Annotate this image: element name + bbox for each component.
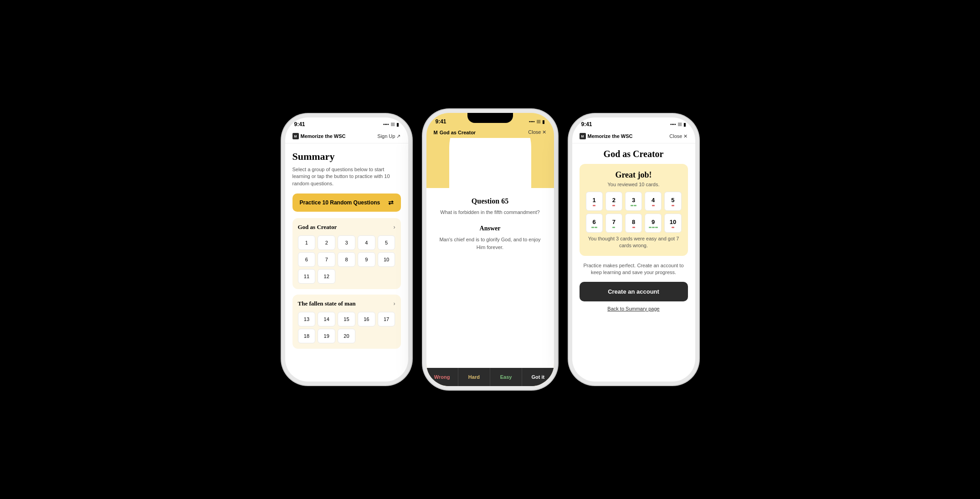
answer-buttons: Wrong Hard Easy Got it xyxy=(426,368,554,386)
card-num-7: 7 xyxy=(612,219,616,225)
result-card-2: 2 xyxy=(605,192,622,211)
card-num-4: 4 xyxy=(652,197,655,204)
card-17[interactable]: 17 xyxy=(378,312,395,326)
nav-bar-1: M Memorize the WSC Sign Up ↗ xyxy=(285,129,408,143)
section-title-3: God as Creator xyxy=(580,149,688,159)
card-14[interactable]: 14 xyxy=(318,312,335,326)
card-5[interactable]: 5 xyxy=(378,235,395,250)
card-11[interactable]: 11 xyxy=(298,269,316,284)
brand-icon-3: M xyxy=(580,133,586,139)
card-20[interactable]: 20 xyxy=(338,329,355,343)
card-num-8: 8 xyxy=(632,219,635,225)
signup-link[interactable]: Sign Up ↗ xyxy=(377,133,400,139)
result-card-10: 10 xyxy=(664,214,681,233)
battery-icon-2: ▮ xyxy=(542,119,545,124)
card-12[interactable]: 12 xyxy=(318,269,335,284)
chevron-icon-2[interactable]: › xyxy=(394,300,395,307)
status-icons-3: ▪▪▪▪ 𝄙 ▮ xyxy=(670,122,686,127)
brand-label-3: Memorize the WSC xyxy=(588,133,633,139)
practice-text: Practice makes perfect. Create an accoun… xyxy=(580,262,688,276)
card-15[interactable]: 15 xyxy=(338,312,355,326)
phone1-content: Summary Select a group of questions belo… xyxy=(285,143,408,382)
card-6[interactable]: 6 xyxy=(298,252,316,267)
battery-icon-3: ▮ xyxy=(683,122,686,127)
close-button-2[interactable]: Close ✕ xyxy=(528,129,546,135)
result-card-9: 9 xyxy=(645,214,662,233)
card-num-2: 2 xyxy=(612,197,616,204)
question-content: Question 65 What is forbidden in the fif… xyxy=(426,188,554,368)
close-button-3[interactable]: Close ✕ xyxy=(669,133,688,139)
question-number: Question 65 xyxy=(472,197,508,205)
status-bar-3: 9:41 ▪▪▪▪ 𝄙 ▮ xyxy=(572,117,695,129)
arch-shape xyxy=(449,138,531,188)
cards-row-1: 1 2 3 4 5 xyxy=(586,192,682,211)
signal-icon-2: ▪▪▪▪ xyxy=(529,119,535,124)
back-to-summary-link[interactable]: Back to Summary page xyxy=(580,306,688,311)
phone-3: 9:41 ▪▪▪▪ 𝄙 ▮ M Memorize the WSC Close ✕… xyxy=(572,117,695,382)
brand-1: M Memorize the WSC xyxy=(292,133,346,139)
card-7[interactable]: 7 xyxy=(318,252,335,267)
god-creator-grid: 1 2 3 4 5 6 7 8 9 10 11 12 xyxy=(298,235,395,284)
card-13[interactable]: 13 xyxy=(298,312,316,326)
fallen-state-grid: 13 14 15 16 17 18 19 20 xyxy=(298,312,395,343)
random-questions-button[interactable]: Practice 10 Random Questions ⇄ xyxy=(292,193,401,212)
status-bar-1: 9:41 ▪▪▪▪ 𝄙 ▮ xyxy=(285,117,408,129)
card-num-9: 9 xyxy=(652,219,655,225)
card-18[interactable]: 18 xyxy=(298,329,316,343)
section-header-1: God as Creator › xyxy=(298,224,395,231)
brand-icon-1: M xyxy=(292,133,299,139)
answer-text: Man's chief end is to glorify God, and t… xyxy=(436,236,545,251)
stats-text: You thought 3 cards were easy and got 7 … xyxy=(586,235,682,250)
card-19[interactable]: 19 xyxy=(318,329,335,343)
create-account-button[interactable]: Create an account xyxy=(580,282,688,301)
nav-bar-3: M Memorize the WSC Close ✕ xyxy=(572,129,695,143)
hard-button[interactable]: Hard xyxy=(458,368,490,386)
fallen-state-section: The fallen state of man › 13 14 15 16 17… xyxy=(292,295,401,349)
phone-1: 9:41 ▪▪▪▪ 𝄙 ▮ M Memorize the WSC Sign Up… xyxy=(285,117,408,382)
card-4[interactable]: 4 xyxy=(358,235,375,250)
result-card-6: 6 xyxy=(586,214,603,233)
cards-row-2: 6 7 8 9 10 xyxy=(586,214,682,233)
card-num-10: 10 xyxy=(670,219,676,225)
brand-3: M Memorize the WSC xyxy=(580,133,633,139)
time-3: 9:41 xyxy=(581,121,592,127)
results-content: God as Creator Great job! You reviewed 1… xyxy=(572,143,695,382)
section-title-1: God as Creator xyxy=(298,224,337,231)
wifi-icon-3: 𝄙 xyxy=(678,122,682,127)
result-card-5: 5 xyxy=(664,192,681,211)
chevron-icon-1[interactable]: › xyxy=(394,224,395,230)
nav-bar-2: M God as Creator Close ✕ xyxy=(426,127,554,138)
easy-button[interactable]: Easy xyxy=(490,368,522,386)
wifi-icon: 𝄙 xyxy=(391,122,395,127)
great-job-title: Great job! xyxy=(586,170,682,180)
card-num-6: 6 xyxy=(592,219,595,225)
time-1: 9:41 xyxy=(294,121,305,127)
section-header-2: The fallen state of man › xyxy=(298,300,395,307)
arch-decoration xyxy=(426,138,554,188)
reviewed-text: You reviewed 10 cards. xyxy=(586,182,682,187)
card-num-3: 3 xyxy=(632,197,635,204)
card-2[interactable]: 2 xyxy=(318,235,335,250)
summary-title: Summary xyxy=(292,151,401,163)
card-num-5: 5 xyxy=(671,197,674,204)
notch xyxy=(467,113,513,123)
card-num-1: 1 xyxy=(592,197,595,204)
phone-2: 9:41 ▪▪▪▪ 𝄙 ▮ M God as Creator Close ✕ Q… xyxy=(426,113,554,386)
card-9[interactable]: 9 xyxy=(358,252,375,267)
status-icons-2: ▪▪▪▪ 𝄙 ▮ xyxy=(529,119,545,124)
gotit-button[interactable]: Got it xyxy=(522,368,554,386)
section-title-2: The fallen state of man xyxy=(298,300,356,307)
wrong-button[interactable]: Wrong xyxy=(426,368,458,386)
battery-icon: ▮ xyxy=(396,122,399,127)
card-8[interactable]: 8 xyxy=(338,252,355,267)
card-1[interactable]: 1 xyxy=(298,235,316,250)
wifi-icon-2: 𝄙 xyxy=(537,119,540,124)
signal-icon-3: ▪▪▪▪ xyxy=(670,122,676,127)
result-card-4: 4 xyxy=(645,192,662,211)
card-3[interactable]: 3 xyxy=(338,235,355,250)
card-10[interactable]: 10 xyxy=(378,252,395,267)
result-card-7: 7 xyxy=(605,214,622,233)
brand-label-2: God as Creator xyxy=(440,130,476,135)
question-text: What is forbidden in the fifth commandme… xyxy=(440,209,539,216)
card-16[interactable]: 16 xyxy=(358,312,375,326)
